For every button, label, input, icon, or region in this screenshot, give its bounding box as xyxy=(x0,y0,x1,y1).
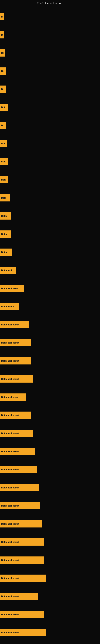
site-title: TheBottlenecker.com xyxy=(0,0,100,6)
bar-35[interactable]: Bottleneck result xyxy=(0,629,46,636)
bar-7[interactable]: Bo xyxy=(0,122,6,129)
bar-33[interactable]: Bottleneck result xyxy=(0,593,38,600)
bar-26[interactable]: Bottleneck result xyxy=(0,466,37,473)
bar-label-6: Bott xyxy=(1,106,6,108)
bar-label-35: Bottleneck result xyxy=(1,631,19,634)
bar-label-18: Bottleneck result xyxy=(1,324,19,326)
bar-label-26: Bottleneck result xyxy=(1,468,19,471)
bar-4[interactable]: Bo xyxy=(0,68,6,75)
bar-label-27: Bottleneck result xyxy=(1,486,19,489)
bar-label-2: B xyxy=(1,34,3,36)
bar-label-19: Bottleneck result xyxy=(1,342,19,344)
bar-row: Bottle xyxy=(0,243,100,261)
bar-row: Bottleneck r xyxy=(0,298,100,316)
bar-8[interactable]: Bot xyxy=(0,140,7,147)
bar-34[interactable]: Bottleneck result xyxy=(0,611,44,618)
bar-row: Bottleneck resu xyxy=(0,279,100,298)
bar-6[interactable]: Bott xyxy=(0,104,8,111)
bar-row: Bott xyxy=(0,98,100,116)
bar-label-33: Bottleneck result xyxy=(1,595,19,598)
bar-row: Bottleneck resu xyxy=(0,388,100,406)
bar-2[interactable]: B xyxy=(0,31,4,38)
bar-27[interactable]: Bottleneck result xyxy=(0,484,39,491)
bar-row: Bottl xyxy=(0,189,100,207)
bar-1[interactable]: B xyxy=(0,13,3,20)
bar-row: Bott xyxy=(0,152,100,171)
bar-12[interactable]: Bottle xyxy=(0,212,11,220)
bar-label-25: Bottleneck result xyxy=(1,450,19,452)
bar-label-7: Bo xyxy=(1,124,4,126)
bar-label-15: Bottleneck xyxy=(1,269,12,272)
bar-10[interactable]: Bott xyxy=(0,176,8,183)
bar-label-22: Bottleneck resu xyxy=(1,396,18,398)
bar-row: Bottleneck result xyxy=(0,442,100,460)
bar-row: Bo xyxy=(0,62,100,80)
bar-28[interactable]: Bottleneck result xyxy=(0,502,40,509)
bar-24[interactable]: Bottleneck result xyxy=(0,430,33,437)
bar-row: Bottleneck result xyxy=(0,624,100,642)
bar-9[interactable]: Bott xyxy=(0,158,8,165)
bar-23[interactable]: Bottleneck result xyxy=(0,412,31,419)
bar-row: Bottleneck result xyxy=(0,352,100,370)
bar-row: Bottleneck result xyxy=(0,551,100,569)
bar-row: Bottleneck result xyxy=(0,478,100,497)
bar-11[interactable]: Bottl xyxy=(0,194,10,202)
bar-row: Bottleneck result xyxy=(0,424,100,442)
bar-label-11: Bottl xyxy=(1,196,6,199)
bar-row: Bottle xyxy=(0,225,100,243)
bar-20[interactable]: Bottleneck result xyxy=(0,357,31,364)
bar-32[interactable]: Bottleneck result xyxy=(0,574,46,582)
bar-label-30: Bottleneck result xyxy=(1,541,19,543)
bar-row: Bottle xyxy=(0,207,100,225)
bar-row: Bo xyxy=(0,80,100,98)
bar-label-23: Bottleneck result xyxy=(1,414,19,416)
bar-row: B xyxy=(0,26,100,44)
bar-label-32: Bottleneck result xyxy=(1,577,19,580)
bar-16[interactable]: Bottleneck resu xyxy=(0,285,24,292)
bar-label-29: Bottleneck result xyxy=(1,523,19,525)
bar-row: Bo xyxy=(0,44,100,62)
bar-row: Bottleneck result xyxy=(0,605,100,624)
bar-row: Bottleneck result xyxy=(0,533,100,551)
bar-19[interactable]: Bottleneck result xyxy=(0,339,31,346)
bar-29[interactable]: Bottleneck result xyxy=(0,520,42,528)
bar-row: Bottleneck result xyxy=(0,316,100,334)
bars-container: BBBoBoBoBottBoBotBottBottBottlBottleBott… xyxy=(0,6,100,644)
bar-14[interactable]: Bottle xyxy=(0,248,12,256)
bar-30[interactable]: Bottleneck result xyxy=(0,538,44,546)
bar-row: Bottleneck result xyxy=(0,460,100,478)
bar-row: Bottleneck result xyxy=(0,569,100,587)
bar-row: Bottleneck result xyxy=(0,497,100,515)
bar-label-28: Bottleneck result xyxy=(1,504,19,507)
bar-3[interactable]: Bo xyxy=(0,49,5,56)
bar-25[interactable]: Bottleneck result xyxy=(0,448,35,455)
bar-label-17: Bottleneck r xyxy=(1,305,14,308)
bar-17[interactable]: Bottleneck r xyxy=(0,303,19,310)
bar-row: Bot xyxy=(0,134,100,152)
bar-row: Bottleneck result xyxy=(0,370,100,388)
bar-row: B xyxy=(0,8,100,26)
bar-15[interactable]: Bottleneck xyxy=(0,267,16,274)
bar-label-13: Bottle xyxy=(1,233,7,235)
bar-label-16: Bottleneck resu xyxy=(1,287,18,290)
bar-label-4: Bo xyxy=(1,70,4,72)
bar-label-10: Bott xyxy=(1,178,6,181)
bar-18[interactable]: Bottleneck result xyxy=(0,321,29,328)
bar-label-8: Bot xyxy=(1,142,5,145)
bar-13[interactable]: Bottle xyxy=(0,230,11,238)
bar-row: Bottleneck result xyxy=(0,515,100,533)
bar-label-3: Bo xyxy=(1,52,4,54)
bar-label-12: Bottle xyxy=(1,215,7,217)
bar-21[interactable]: Bottleneck result xyxy=(0,375,33,382)
bar-label-21: Bottleneck result xyxy=(1,378,19,380)
bar-31[interactable]: Bottleneck result xyxy=(0,556,44,564)
bar-row: Bott xyxy=(0,171,100,189)
bar-row: Bottleneck result xyxy=(0,406,100,424)
bar-label-9: Bott xyxy=(1,160,6,163)
bar-22[interactable]: Bottleneck resu xyxy=(0,394,26,401)
bar-label-14: Bottle xyxy=(1,251,7,253)
bar-5[interactable]: Bo xyxy=(0,86,6,93)
bar-label-1: B xyxy=(1,16,3,18)
bar-label-24: Bottleneck result xyxy=(1,432,19,434)
bar-row: Bo xyxy=(0,116,100,134)
